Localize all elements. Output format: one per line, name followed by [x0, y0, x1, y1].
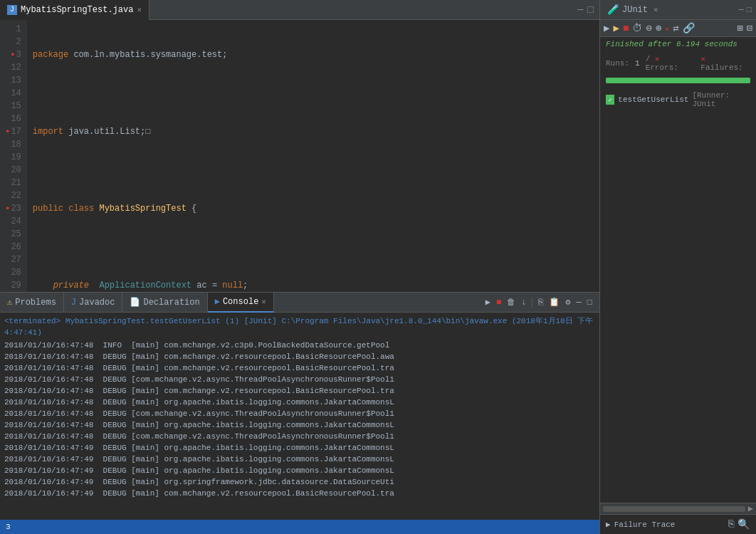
junit-status: Finished after 6.194 seconds: [600, 37, 756, 51]
failure-trace-section: ▶ Failure Trace ⎘ 🔍: [600, 514, 756, 534]
junit-link-icon[interactable]: 🔗: [682, 21, 695, 35]
failure-trace-header: ▶ Failure Trace ⎘ 🔍: [600, 515, 756, 534]
junit-expand-icon[interactable]: ⊕: [655, 21, 662, 35]
console-header: <terminated> MybatisSpringTest.testGetUs…: [4, 314, 595, 340]
junit-tab[interactable]: 🧪 JUnit ✕: [600, 0, 666, 20]
junit-rerun-failed-icon[interactable]: ▶: [612, 21, 619, 35]
junit-progress-bar: [606, 78, 750, 83]
status-number: 3: [6, 523, 11, 531]
code-line-12: [33, 164, 594, 177]
failure-trace-label: Failure Trace: [614, 520, 676, 529]
console-line-6: 2018/01/10/16:47:48 DEBUG [com.mchange.v…: [4, 408, 595, 419]
runs-label: Runs:: [606, 59, 629, 68]
status-bar: 3: [0, 520, 599, 534]
minimize-icon[interactable]: ─: [577, 4, 583, 16]
editor-tab-active[interactable]: J MybatisSpringTest.java ✕: [0, 0, 149, 20]
code-line-1: package com.ln.mybatis.sysmanage.test;: [33, 48, 594, 61]
junit-test-tree[interactable]: ✓ testGetUserList [Runner: JUnit: [600, 86, 756, 503]
junit-test-item[interactable]: ✓ testGetUserList [Runner: JUnit: [600, 89, 756, 110]
java-file-icon: J: [7, 5, 17, 15]
ln-2: 2: [6, 36, 21, 48]
junit-err-filter-icon[interactable]: ✕: [664, 22, 670, 35]
console-line-8: 2018/01/10/16:47:48 DEBUG [com.mchange.v…: [4, 431, 595, 442]
failure-filter-icon[interactable]: 🔍: [737, 518, 750, 531]
junit-test-runner: [Runner: JUnit: [692, 91, 750, 108]
junit-test-name: testGetUserList: [618, 95, 688, 104]
junit-close-icon[interactable]: ✕: [653, 5, 658, 14]
maximize-icon[interactable]: □: [588, 4, 594, 16]
ln-24: 24: [6, 215, 21, 228]
code-line-2: [33, 87, 594, 100]
console-settings-icon[interactable]: ⚙: [564, 296, 572, 308]
junit-stats: Runs: 1 / ✕ Errors: ✕ Failures:: [600, 51, 756, 75]
code-line-3: import java.util.List;□: [33, 125, 594, 138]
junit-maximize-icon[interactable]: □: [747, 5, 752, 15]
declaration-label: Declaration: [143, 298, 199, 308]
ln-23: ●23: [6, 202, 21, 215]
tab-javadoc[interactable]: J Javadoc: [64, 293, 123, 313]
problems-icon: ⚠: [7, 297, 12, 308]
console-minimize-icon[interactable]: ─: [575, 297, 583, 308]
code-line-13: public class MybatisSpringTest {: [33, 202, 594, 215]
main-area: J MybatisSpringTest.java ✕ ─ □ 1 2 ●3 12…: [0, 0, 756, 534]
console-line-4: 2018/01/10/16:47:48 DEBUG [main] com.mch…: [4, 385, 595, 397]
console-paste-icon[interactable]: 📋: [547, 296, 561, 308]
ln-3: ●3: [6, 48, 21, 61]
code-editor[interactable]: 1 2 ●3 12 13 14 15 16 ●17 18 19 20 21 22…: [0, 20, 599, 292]
console-line-13: 2018/01/10/16:47:49 DEBUG [main] com.mch…: [4, 488, 595, 499]
tab-problems[interactable]: ⚠ Problems: [0, 293, 64, 313]
ln-20: 20: [6, 164, 21, 177]
ln-14: 14: [6, 87, 21, 100]
failures-label: ✕ Failures:: [700, 54, 745, 72]
junit-panel-btn2[interactable]: ⊟: [746, 21, 753, 35]
ln-22: 22: [6, 189, 21, 202]
junit-history-icon[interactable]: ⏱: [631, 22, 643, 35]
ln-29: 29: [6, 279, 21, 292]
junit-rerun-icon[interactable]: ▶: [603, 21, 610, 35]
console-maximize-icon[interactable]: □: [586, 297, 594, 308]
editor-panel: J MybatisSpringTest.java ✕ ─ □ 1 2 ●3 12…: [0, 0, 599, 534]
editor-tab-bar: J MybatisSpringTest.java ✕ ─ □: [0, 0, 599, 20]
console-close-icon[interactable]: ✕: [261, 297, 266, 306]
console-clear-icon[interactable]: 🗑: [505, 296, 517, 308]
declaration-icon: 📄: [130, 297, 140, 308]
junit-collapse-icon[interactable]: ⊖: [645, 21, 652, 35]
ln-26: 26: [6, 241, 21, 253]
junit-minimize-icon[interactable]: ─: [739, 5, 744, 15]
tab-declaration[interactable]: 📄 Declaration: [122, 293, 207, 313]
console-run-icon[interactable]: ▶: [484, 296, 492, 308]
junit-compare-icon[interactable]: ⇄: [672, 21, 679, 35]
console-line-5: 2018/01/10/16:47:48 DEBUG [main] org.apa…: [4, 397, 595, 408]
tab-console[interactable]: ▶ Console ✕: [208, 293, 274, 313]
console-line-1: 2018/01/10/16:47:48 DEBUG [main] com.mch…: [4, 351, 595, 362]
failure-trace-arrow: ▶: [606, 520, 611, 529]
console-stop-icon[interactable]: ■: [495, 297, 503, 308]
junit-panel-btn1[interactable]: ⊞: [736, 21, 743, 35]
ln-27: 27: [6, 253, 21, 266]
junit-scrollbar[interactable]: ▶: [600, 503, 756, 514]
junit-scroll-right-icon[interactable]: ▶: [748, 503, 753, 514]
code-text[interactable]: package com.ln.mybatis.sysmanage.test; i…: [27, 20, 599, 292]
errors-label: / ✕ Errors:: [646, 54, 690, 72]
junit-panel: 🧪 JUnit ✕ ─ □ ▶ ▶ ■ ⏱ ⊖ ⊕ ✕ ⇄ �: [599, 0, 756, 534]
failure-copy-icon[interactable]: ⎘: [728, 518, 735, 531]
junit-tab-label: JUnit: [622, 5, 648, 15]
code-line-14: [33, 241, 594, 253]
console-scroll-icon[interactable]: ↓: [520, 297, 527, 308]
code-line-15: private ApplicationContext ac = null;: [33, 279, 594, 292]
tab-close-icon[interactable]: ✕: [137, 5, 142, 14]
junit-stop-icon[interactable]: ■: [622, 22, 629, 35]
console-line-12: 2018/01/10/16:47:49 DEBUG [main] org.spr…: [4, 476, 595, 488]
junit-toolbar: ▶ ▶ ■ ⏱ ⊖ ⊕ ✕ ⇄ 🔗 ⊞ ⊟: [600, 20, 756, 37]
ln-15: 15: [6, 100, 21, 112]
junit-progress-bar-container: [606, 78, 750, 83]
junit-test-pass-icon: ✓: [606, 95, 614, 105]
console-output[interactable]: <terminated> MybatisSpringTest.testGetUs…: [0, 313, 599, 520]
console-copy-icon[interactable]: ⎘: [537, 297, 545, 308]
bottom-panel: ⚠ Problems J Javadoc 📄 Declaration ▶ Con…: [0, 292, 599, 520]
ln-21: 21: [6, 177, 21, 189]
problems-label: Problems: [15, 298, 56, 308]
console-line-0: 2018/01/10/16:47:48 INFO [main] com.mcha…: [4, 340, 595, 351]
line-numbers: 1 2 ●3 12 13 14 15 16 ●17 18 19 20 21 22…: [0, 20, 27, 292]
ln-12: 12: [6, 61, 21, 74]
